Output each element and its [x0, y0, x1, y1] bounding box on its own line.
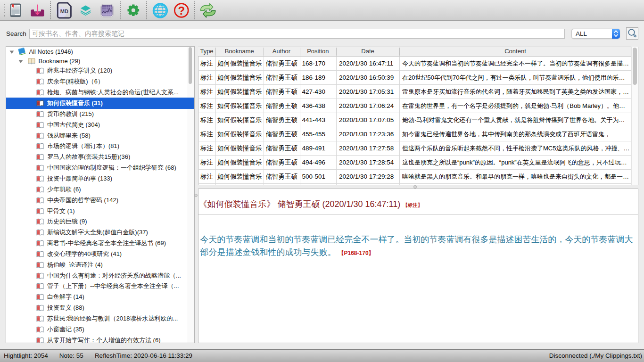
svg-text:?: ? — [178, 4, 185, 16]
svg-text:MD: MD — [60, 8, 68, 14]
